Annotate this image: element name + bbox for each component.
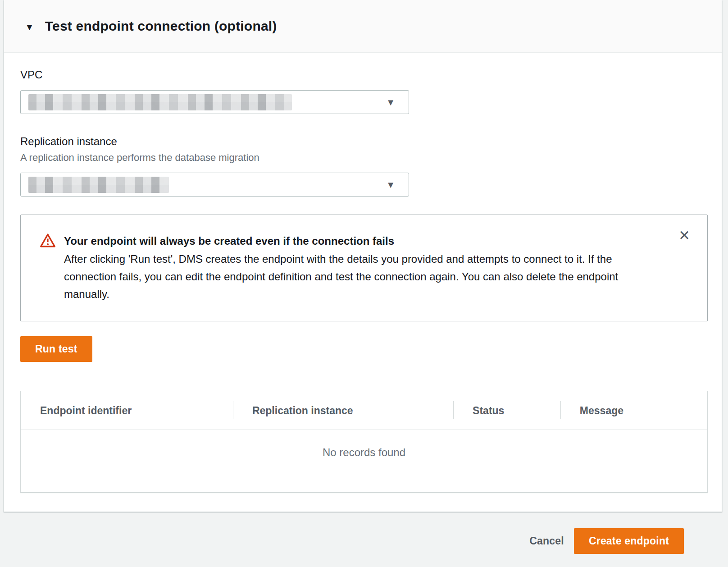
caret-down-icon: ▼ [25,22,34,32]
vpc-select[interactable]: ▼ [20,90,409,114]
replication-instance-label: Replication instance [20,135,708,148]
empty-state-message: No records found [21,430,707,492]
table-header-row: Endpoint identifier Replication instance… [21,391,707,430]
caret-down-icon: ▼ [386,98,395,107]
column-header-replication-instance[interactable]: Replication instance [233,391,453,429]
test-results-table: Endpoint identifier Replication instance… [20,391,708,493]
replication-instance-field: Replication instance A replication insta… [20,135,708,197]
vpc-label: VPC [20,69,708,81]
vpc-field: VPC ▼ [20,69,708,114]
section-header-toggle[interactable]: ▼ Test endpoint connection (optional) [4,0,722,53]
warning-body: After clicking 'Run test', DMS creates t… [64,250,650,303]
warning-triangle-icon [40,233,55,249]
column-header-message[interactable]: Message [560,391,707,429]
form-footer: Cancel Create endpoint [0,512,728,567]
section-title: Test endpoint connection (optional) [45,18,277,34]
run-test-button[interactable]: Run test [20,336,92,362]
warning-alert: Your endpoint will always be created eve… [20,215,708,321]
test-endpoint-connection-section: ▼ Test endpoint connection (optional) VP… [4,0,722,512]
replication-instance-select[interactable]: ▼ [20,173,409,197]
column-header-status[interactable]: Status [453,391,560,429]
close-icon[interactable]: ✕ [676,226,693,245]
section-body: VPC ▼ Replication instance A replication… [4,53,722,512]
create-endpoint-button[interactable]: Create endpoint [574,528,684,554]
replication-instance-description: A replication instance performs the data… [20,152,708,164]
warning-content: Your endpoint will always be created eve… [64,232,650,303]
column-header-endpoint-identifier[interactable]: Endpoint identifier [21,391,233,429]
vpc-redacted-value [28,94,292,110]
caret-down-icon: ▼ [386,180,395,189]
cancel-button[interactable]: Cancel [520,528,573,554]
replication-instance-redacted-value [28,177,169,193]
warning-title: Your endpoint will always be created eve… [64,232,650,250]
